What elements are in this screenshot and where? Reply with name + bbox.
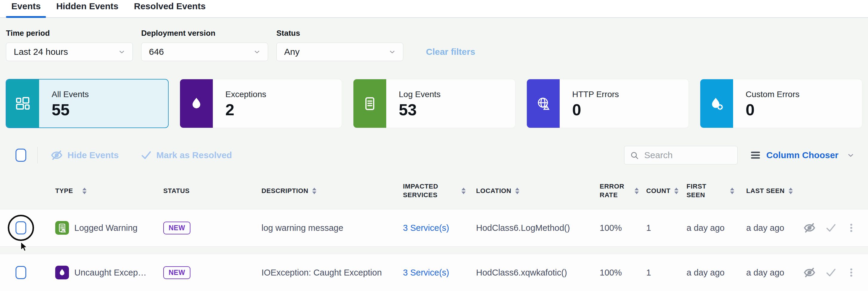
event-type: Logged Warning xyxy=(74,223,137,233)
chevron-down-icon xyxy=(388,48,396,56)
card-value: 0 xyxy=(572,102,619,118)
tab-events[interactable]: Events xyxy=(6,1,46,17)
card-label: HTTP Errors xyxy=(572,89,619,99)
header-type[interactable]: TYPE xyxy=(34,187,155,195)
eye-slash-icon xyxy=(50,149,63,162)
header-location[interactable]: LOCATION xyxy=(466,187,594,195)
card-all-events[interactable]: All Events 55 xyxy=(6,79,168,128)
card-custom-errors[interactable]: Custom Errors 0 xyxy=(700,79,862,128)
card-exceptions[interactable]: Exceptions 2 xyxy=(180,79,342,128)
tab-hidden-events[interactable]: Hidden Events xyxy=(51,1,124,17)
impacted-services-link[interactable]: 3 Service(s) xyxy=(403,223,449,232)
tab-events-label: Events xyxy=(11,1,40,11)
chevron-down-icon xyxy=(846,151,855,160)
column-chooser-label: Column Chooser xyxy=(766,150,838,160)
select-all-checkbox[interactable] xyxy=(16,149,26,162)
card-log-events[interactable]: Log Events 53 xyxy=(353,79,516,128)
event-type: Uncaught Excep… xyxy=(74,268,147,278)
hide-events-button[interactable]: Hide Events xyxy=(50,149,119,162)
mark-resolved-button[interactable]: Mark as Resolved xyxy=(140,149,232,161)
table-row: Logged Warning NEW log warning message 3… xyxy=(0,209,868,247)
clear-filters-button[interactable]: Clear filters xyxy=(426,47,475,57)
header-last-seen[interactable]: LAST SEEN xyxy=(734,187,794,195)
time-period-label: Time period xyxy=(6,29,133,38)
sort-icon[interactable] xyxy=(634,188,639,194)
card-value: 53 xyxy=(399,102,440,118)
check-icon xyxy=(140,149,152,161)
resolve-event-action[interactable] xyxy=(825,222,837,234)
first-seen: a day ago xyxy=(675,223,734,233)
search-input[interactable] xyxy=(624,146,738,165)
card-label: Exceptions xyxy=(225,89,266,99)
header-description[interactable]: DESCRIPTION xyxy=(239,187,388,195)
row-menu-action[interactable] xyxy=(846,222,857,233)
event-description: IOException: Caught Exception xyxy=(239,268,388,278)
time-period-filter: Time period Last 24 hours xyxy=(6,29,133,61)
active-tab-underline xyxy=(6,16,46,18)
row-separator xyxy=(0,247,868,254)
error-rate: 100% xyxy=(594,268,639,278)
sort-icon[interactable] xyxy=(461,188,466,194)
header-error-rate[interactable]: ERROR RATE xyxy=(594,182,639,199)
search-box xyxy=(624,146,738,165)
row-checkbox[interactable] xyxy=(16,221,26,234)
header-first-seen[interactable]: FIRST SEEN xyxy=(675,182,734,199)
card-value: 55 xyxy=(52,102,89,118)
mark-resolved-label: Mark as Resolved xyxy=(156,150,232,160)
sort-icon[interactable] xyxy=(82,188,87,194)
header-impacted-services[interactable]: IMPACTED SERVICES xyxy=(388,182,466,199)
status-badge: NEW xyxy=(163,222,190,234)
hide-event-action[interactable] xyxy=(803,266,816,279)
status-badge: NEW xyxy=(163,266,190,279)
row-menu-action[interactable] xyxy=(846,267,857,278)
table-row: Uncaught Excep… NEW IOException: Caught … xyxy=(0,254,868,291)
tab-bar: Events Hidden Events Resolved Events xyxy=(0,0,868,18)
error-rate: 100% xyxy=(594,223,639,233)
event-count: 1 xyxy=(639,223,675,233)
grid-icon xyxy=(6,79,39,128)
last-seen: a day ago xyxy=(734,223,794,233)
tab-hidden-events-label: Hidden Events xyxy=(56,1,118,11)
document-icon xyxy=(353,79,386,128)
eye-slash-icon xyxy=(803,266,816,279)
header-count[interactable]: COUNT xyxy=(639,187,675,195)
resolve-event-action[interactable] xyxy=(825,266,837,279)
card-value: 0 xyxy=(746,102,799,118)
last-seen: a day ago xyxy=(734,268,794,278)
table-header: TYPE STATUS DESCRIPTION IMPACTED SERVICE… xyxy=(0,173,868,209)
status-value: Any xyxy=(284,47,388,57)
event-count: 1 xyxy=(639,268,675,278)
hide-event-action[interactable] xyxy=(803,221,816,234)
hamburger-icon xyxy=(749,149,762,161)
status-select[interactable]: Any xyxy=(276,43,403,61)
sort-icon[interactable] xyxy=(312,188,316,194)
flame-gear-icon xyxy=(700,79,733,128)
chevron-down-icon xyxy=(118,48,126,56)
filters-row: Time period Last 24 hours Deployment ver… xyxy=(0,18,868,61)
hide-events-label: Hide Events xyxy=(67,150,119,160)
deployment-version-select[interactable]: 646 xyxy=(141,43,268,61)
globe-warning-icon xyxy=(527,79,560,128)
summary-cards: All Events 55 Exceptions 2 Log Events 53 xyxy=(6,79,862,128)
column-chooser-button[interactable]: Column Chooser xyxy=(749,149,855,161)
sort-icon[interactable] xyxy=(515,188,519,194)
card-label: All Events xyxy=(52,89,89,99)
sort-icon[interactable] xyxy=(730,188,734,194)
sort-icon[interactable] xyxy=(788,188,793,194)
check-icon xyxy=(825,266,837,279)
tab-resolved-events-label: Resolved Events xyxy=(134,1,206,11)
row-checkbox[interactable] xyxy=(16,266,26,279)
tab-resolved-events[interactable]: Resolved Events xyxy=(129,1,211,17)
deployment-version-value: 646 xyxy=(149,47,253,57)
time-period-select[interactable]: Last 24 hours xyxy=(6,43,133,61)
card-http-errors[interactable]: HTTP Errors 0 xyxy=(527,79,689,128)
status-label: Status xyxy=(276,29,403,38)
exception-flame-icon xyxy=(55,266,69,279)
deployment-version-filter: Deployment version 646 xyxy=(141,29,268,61)
card-value: 2 xyxy=(225,102,266,118)
search-icon xyxy=(629,150,640,160)
impacted-services-link[interactable]: 3 Service(s) xyxy=(403,268,449,277)
header-status[interactable]: STATUS xyxy=(155,187,239,195)
time-period-value: Last 24 hours xyxy=(14,47,118,57)
flame-icon xyxy=(180,79,213,128)
